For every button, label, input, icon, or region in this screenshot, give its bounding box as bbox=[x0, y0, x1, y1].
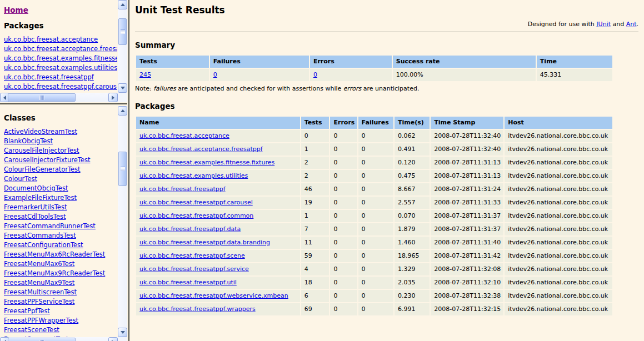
sidebar-class-link-item: FreesatMenuMax6RcReaderTest bbox=[4, 250, 117, 259]
junit-link[interactable]: JUnit bbox=[596, 21, 611, 28]
package-name-link[interactable]: uk.co.bbc.freesat.acceptance bbox=[139, 132, 229, 139]
note-errors-word: errors bbox=[343, 85, 361, 92]
sidebar-package-link[interactable]: uk.co.bbc.freesat.examples.fitnesse.fixt… bbox=[4, 54, 117, 62]
package-failures-cell: 0 bbox=[358, 130, 393, 142]
scroll-down-button[interactable] bbox=[118, 328, 127, 337]
sidebar-class-link[interactable]: FreesatConfigurationTest bbox=[4, 241, 83, 249]
sidebar-package-link[interactable]: uk.co.bbc.freesat.acceptance.freesatppf bbox=[4, 45, 117, 53]
package-tests-cell: 0 bbox=[301, 130, 330, 142]
package-name-link[interactable]: uk.co.bbc.freesat.freesatppf.data bbox=[139, 225, 241, 233]
package-name-link[interactable]: uk.co.bbc.freesat.freesatppf bbox=[139, 185, 226, 193]
sidebar-class-link[interactable]: FreesatSceneTest bbox=[4, 326, 59, 334]
scrollbar-corner bbox=[118, 93, 127, 102]
package-name-link[interactable]: uk.co.bbc.freesat.freesatppf.common bbox=[139, 212, 253, 219]
package-failures-cell: 0 bbox=[358, 210, 393, 222]
frame-divider-horizontal[interactable] bbox=[0, 103, 127, 104]
summary-errors-link[interactable]: 0 bbox=[313, 71, 317, 78]
package-errors-cell: 0 bbox=[330, 170, 357, 182]
scroll-down-icon bbox=[121, 87, 125, 89]
summary-tests-link[interactable]: 245 bbox=[139, 71, 151, 78]
package-failures-cell: 0 bbox=[358, 237, 393, 249]
sidebar-package-link[interactable]: uk.co.bbc.freesat.freesatppf.carousel bbox=[4, 83, 117, 91]
sidebar-class-link-item: ActiveVideoStreamTest bbox=[4, 127, 117, 137]
scrollbar-thumb[interactable] bbox=[118, 18, 127, 45]
sidebar-class-link[interactable]: BlankObcigTest bbox=[4, 137, 53, 145]
sidebar-class-link-item: BlankObcigTest bbox=[4, 137, 117, 146]
sidebar-class-link[interactable]: FreesatPPFServiceTest bbox=[4, 298, 74, 305]
package-name-link[interactable]: uk.co.bbc.freesat.freesatppf.util bbox=[139, 279, 237, 286]
sidebar-package-link[interactable]: uk.co.bbc.freesat.freesatppf bbox=[4, 73, 94, 81]
package-time-cell: 0.230 bbox=[395, 290, 430, 302]
package-name-link[interactable]: uk.co.bbc.freesat.freesatppf.webservice.… bbox=[139, 292, 288, 299]
sidebar-class-link[interactable]: FreesatPpfTest bbox=[4, 307, 50, 315]
sidebar-class-link[interactable]: ColourTest bbox=[4, 175, 37, 183]
classes-horizontal-scrollbar[interactable] bbox=[0, 337, 118, 341]
sidebar-class-link-item: FreesatCdlToolsTest bbox=[4, 212, 117, 222]
summary-col-success-rate: Success rate bbox=[393, 56, 536, 68]
sidebar-class-link[interactable]: ExampleFileFixtureTest bbox=[4, 194, 77, 202]
packages-col-timestamp: Time Stamp bbox=[431, 117, 503, 129]
sidebar-class-link[interactable]: FreesatMenuMax6RcReaderTest bbox=[4, 250, 105, 258]
frame-divider-vertical[interactable] bbox=[128, 0, 129, 341]
package-errors-cell: 0 bbox=[330, 143, 357, 156]
package-failures-cell: 0 bbox=[358, 157, 393, 169]
sidebar-class-link[interactable]: CarouselFileInjectorTest bbox=[4, 147, 79, 154]
sidebar-class-link[interactable]: FreesatMenuMax9RcReaderTest bbox=[4, 269, 105, 277]
package-timestamp-cell: 2008-07-28T11:31:13 bbox=[431, 170, 503, 182]
package-name-link[interactable]: uk.co.bbc.freesat.freesatppf.service bbox=[139, 265, 249, 273]
summary-note: Note: failures are anticipated and check… bbox=[135, 85, 638, 92]
package-timestamp-cell: 2008-07-28T11:31:37 bbox=[431, 223, 503, 235]
packages-vertical-scrollbar[interactable] bbox=[118, 0, 127, 93]
package-host-cell: itvdev26.national.core.bbc.co.uk bbox=[505, 210, 612, 222]
package-errors-cell: 0 bbox=[330, 250, 357, 262]
package-name-link[interactable]: uk.co.bbc.freesat.freesatppf.carousel bbox=[139, 199, 253, 206]
scroll-right-button[interactable] bbox=[108, 93, 118, 102]
tagline-text: Designed for use with bbox=[528, 21, 597, 28]
sidebar-class-link[interactable]: FreesatMultiscreenTest bbox=[4, 288, 77, 296]
package-timestamp-cell: 2008-07-28T11:31:37 bbox=[431, 210, 503, 222]
package-errors-cell: 0 bbox=[330, 237, 357, 249]
package-name-cell: uk.co.bbc.freesat.freesatppf.carousel bbox=[136, 197, 300, 209]
scroll-right-button[interactable] bbox=[108, 337, 118, 341]
packages-horizontal-scrollbar[interactable] bbox=[0, 93, 118, 102]
scrollbar-thumb[interactable] bbox=[8, 93, 76, 102]
package-time-cell: 0.070 bbox=[395, 210, 430, 222]
scroll-up-button[interactable] bbox=[118, 106, 127, 116]
home-link[interactable]: Home bbox=[4, 6, 28, 14]
scrollbar-thumb[interactable] bbox=[118, 152, 127, 186]
package-name-link[interactable]: uk.co.bbc.freesat.acceptance.freesatppf bbox=[139, 146, 263, 153]
sidebar-class-link-item: FreesatConfigurationTest bbox=[4, 240, 117, 250]
sidebar-class-link[interactable]: ActiveVideoStreamTest bbox=[4, 128, 77, 136]
sidebar-class-link[interactable]: CarouselInjectorFixtureTest bbox=[4, 156, 90, 164]
summary-failures-link[interactable]: 0 bbox=[213, 71, 217, 78]
sidebar-package-link[interactable]: uk.co.bbc.freesat.examples.utilities bbox=[4, 64, 117, 72]
package-time-cell: 2.035 bbox=[395, 277, 430, 289]
package-name-link[interactable]: uk.co.bbc.freesat.freesatppf.wrappers bbox=[139, 305, 256, 313]
sidebar-package-link[interactable]: uk.co.bbc.freesat.acceptance bbox=[4, 36, 98, 43]
sidebar-class-link[interactable]: FreesatMenuMax9Test bbox=[4, 279, 74, 287]
classes-vertical-scrollbar[interactable] bbox=[118, 106, 127, 337]
sidebar-class-link[interactable]: ColourFileGeneratorTest bbox=[4, 166, 81, 173]
package-name-link[interactable]: uk.co.bbc.freesat.freesatppf.scene bbox=[139, 252, 245, 259]
package-timestamp-cell: 2008-07-28T11:32:08 bbox=[431, 263, 503, 275]
sidebar-class-link[interactable]: FreemarkerUtilsTest bbox=[4, 203, 67, 211]
sidebar-class-link[interactable]: FreesatCommandRunnerTest bbox=[4, 222, 96, 230]
scrollbar-thumb[interactable] bbox=[8, 338, 76, 341]
sidebar-class-link-item: ColourFileGeneratorTest bbox=[4, 165, 117, 174]
sidebar-class-link[interactable]: FreesatCdlToolsTest bbox=[4, 213, 66, 220]
package-row: uk.co.bbc.freesat.freesatppf.scene590018… bbox=[136, 250, 612, 262]
sidebar-class-link[interactable]: DocumentObcigTest bbox=[4, 184, 68, 192]
sidebar-class-link-item: FreesatMultiscreenTest bbox=[4, 288, 117, 297]
packages-table: Name Tests Errors Failures Time(s) Time … bbox=[135, 116, 613, 317]
sidebar-class-link[interactable]: FreesatPPFWrapperTest bbox=[4, 317, 78, 324]
scroll-down-button[interactable] bbox=[118, 83, 127, 93]
package-name-link[interactable]: uk.co.bbc.freesat.examples.fitnesse.fixt… bbox=[139, 159, 274, 166]
package-name-link[interactable]: uk.co.bbc.freesat.freesatppf.data.brandi… bbox=[139, 239, 270, 246]
package-name-link[interactable]: uk.co.bbc.freesat.examples.utilities bbox=[139, 172, 248, 179]
package-tests-cell: 18 bbox=[301, 277, 330, 289]
package-time-cell: 0.475 bbox=[395, 170, 430, 182]
ant-link[interactable]: Ant bbox=[626, 21, 637, 28]
scroll-up-button[interactable] bbox=[118, 0, 127, 9]
sidebar-class-link[interactable]: FreesatCommandsTest bbox=[4, 232, 76, 239]
sidebar-class-link[interactable]: FreesatMenuMax6Test bbox=[4, 260, 74, 268]
